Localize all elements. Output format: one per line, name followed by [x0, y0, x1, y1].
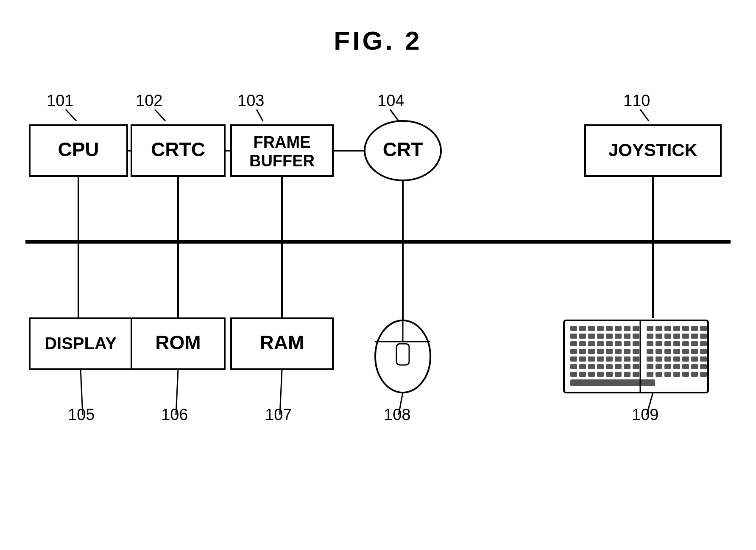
joystick-label: JOYSTICK — [608, 140, 697, 160]
svg-rect-117 — [624, 372, 630, 377]
svg-rect-59 — [647, 341, 653, 346]
svg-rect-45 — [656, 334, 662, 339]
svg-rect-33 — [682, 326, 689, 331]
svg-rect-34 — [691, 326, 698, 331]
svg-rect-84 — [597, 356, 604, 362]
svg-rect-30 — [656, 326, 662, 331]
svg-rect-104 — [647, 364, 653, 369]
svg-rect-93 — [682, 356, 689, 362]
svg-rect-62 — [673, 341, 680, 346]
svg-rect-69 — [597, 349, 604, 354]
svg-rect-100 — [606, 364, 613, 369]
svg-rect-41 — [615, 334, 622, 339]
ref-104: 104 — [377, 92, 404, 109]
cpu-label: CPU — [58, 138, 99, 160]
svg-rect-55 — [606, 341, 613, 346]
svg-rect-74 — [647, 349, 653, 354]
crt-label: CRT — [383, 138, 423, 160]
svg-rect-36 — [570, 334, 577, 339]
framebuffer-label2: BUFFER — [249, 152, 315, 170]
svg-rect-29 — [647, 326, 653, 331]
ref-107: 107 — [265, 406, 292, 424]
svg-rect-79 — [691, 349, 698, 354]
svg-rect-64 — [691, 341, 698, 346]
svg-rect-92 — [673, 356, 680, 362]
svg-rect-50 — [700, 334, 707, 339]
svg-rect-22 — [579, 326, 586, 331]
svg-rect-125 — [700, 372, 707, 377]
svg-rect-77 — [673, 349, 680, 354]
svg-rect-96 — [570, 364, 577, 369]
keyboard-keys-row7 — [570, 372, 707, 377]
svg-rect-118 — [633, 372, 639, 377]
ref-108: 108 — [384, 406, 410, 424]
svg-rect-89 — [647, 356, 653, 362]
svg-rect-109 — [691, 364, 698, 369]
keyboard-keys-row1 — [570, 326, 707, 331]
keyboard-keys-row4 — [570, 349, 707, 354]
svg-rect-99 — [597, 364, 604, 369]
svg-rect-86 — [615, 356, 622, 362]
ref-101: 101 — [47, 92, 73, 109]
svg-rect-98 — [588, 364, 595, 369]
svg-rect-75 — [656, 349, 662, 354]
svg-rect-106 — [664, 364, 671, 369]
svg-rect-114 — [597, 372, 604, 377]
svg-rect-23 — [588, 326, 595, 331]
svg-rect-61 — [664, 341, 671, 346]
svg-rect-31 — [664, 326, 671, 331]
svg-rect-25 — [606, 326, 613, 331]
svg-rect-49 — [691, 334, 698, 339]
svg-rect-87 — [624, 356, 630, 362]
svg-rect-67 — [579, 349, 586, 354]
block-diagram: 101 102 103 104 110 CPU CRTC FRAME BUFFE… — [0, 51, 756, 539]
svg-rect-48 — [682, 334, 689, 339]
svg-rect-37 — [579, 334, 586, 339]
svg-rect-108 — [682, 364, 689, 369]
svg-rect-122 — [673, 372, 680, 377]
diagram-container: FIG. 2 101 102 103 104 110 CPU CRTC FRAM… — [0, 0, 756, 550]
svg-rect-90 — [656, 356, 662, 362]
crtc-label: CRTC — [151, 138, 205, 160]
svg-rect-103 — [633, 364, 639, 369]
keyboard-keys-row6 — [570, 364, 707, 369]
svg-rect-53 — [588, 341, 595, 346]
display-label: DISPLAY — [45, 334, 117, 353]
svg-rect-85 — [606, 356, 613, 362]
svg-rect-71 — [615, 349, 622, 354]
svg-rect-105 — [656, 364, 662, 369]
figure-title: FIG. 2 — [0, 0, 756, 56]
svg-rect-60 — [656, 341, 662, 346]
ref-102: 102 — [136, 92, 162, 109]
svg-rect-56 — [615, 341, 622, 346]
svg-rect-52 — [579, 341, 586, 346]
svg-rect-38 — [588, 334, 595, 339]
svg-rect-46 — [664, 334, 671, 339]
keyboard-keys-row5 — [570, 356, 707, 362]
svg-rect-121 — [664, 372, 671, 377]
svg-rect-44 — [647, 334, 653, 339]
svg-rect-95 — [700, 356, 707, 362]
svg-rect-123 — [682, 372, 689, 377]
svg-rect-68 — [588, 349, 595, 354]
svg-rect-42 — [624, 334, 630, 339]
svg-rect-73 — [633, 349, 639, 354]
svg-rect-101 — [615, 364, 622, 369]
svg-rect-78 — [682, 349, 689, 354]
svg-rect-54 — [597, 341, 604, 346]
svg-rect-76 — [664, 349, 671, 354]
svg-rect-72 — [624, 349, 630, 354]
svg-rect-39 — [597, 334, 604, 339]
svg-rect-110 — [700, 364, 707, 369]
framebuffer-label1: FRAME — [253, 133, 310, 151]
rom-label: ROM — [155, 331, 201, 354]
svg-rect-120 — [656, 372, 662, 377]
svg-rect-26 — [615, 326, 622, 331]
ref-110: 110 — [623, 92, 650, 109]
svg-rect-124 — [691, 372, 698, 377]
svg-rect-65 — [700, 341, 707, 346]
svg-rect-97 — [579, 364, 586, 369]
svg-line-1 — [155, 109, 165, 121]
svg-rect-24 — [597, 326, 604, 331]
keyboard-keys-row3 — [570, 341, 707, 346]
